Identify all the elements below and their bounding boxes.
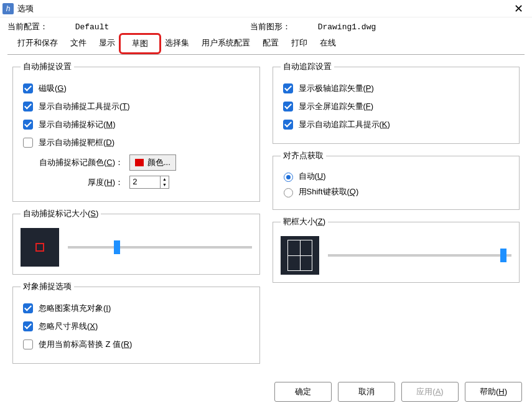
ok-button[interactable]: 确定	[274, 382, 332, 402]
current-profile-value: Default	[75, 22, 110, 32]
autotrack-group: 自动追踪设置 显示极轴追踪矢量(P) 显示全屏追踪矢量(F) 显示自动追踪工具提…	[273, 61, 520, 144]
marker-color-label: 自动捕捉标记颜色(C)：	[21, 157, 123, 168]
tab-display[interactable]: 显示	[93, 35, 121, 54]
aperture-size-legend: 靶框大小(Z)	[281, 216, 329, 227]
thickness-stepper[interactable]: ▲ ▼	[129, 176, 169, 189]
osnap-options-legend: 对象捕捉选项	[21, 281, 74, 292]
align-auto-label: 自动(U)	[299, 171, 326, 182]
replace-z-checkbox[interactable]	[23, 339, 33, 349]
current-drawing-value: Drawing1.dwg	[318, 22, 376, 32]
ignore-dim-label: 忽略尺寸界线(X)	[39, 321, 98, 332]
snap-aperture-label: 显示自动捕捉靶框(D)	[39, 137, 114, 148]
polar-track-checkbox[interactable]	[283, 83, 293, 93]
align-shift-radio[interactable]	[284, 188, 293, 197]
aperture-preview	[281, 236, 319, 275]
ignore-dim-checkbox[interactable]	[23, 321, 33, 331]
marker-size-slider[interactable]	[68, 246, 252, 249]
thickness-up-icon[interactable]: ▲	[161, 176, 169, 182]
tab-sketch[interactable]: 草图	[119, 33, 161, 54]
aperture-size-group: 靶框大小(Z)	[273, 216, 520, 283]
tab-print[interactable]: 打印	[285, 35, 314, 54]
app-icon: h	[2, 3, 14, 14]
marker-preview	[21, 228, 59, 267]
thickness-down-icon[interactable]: ▼	[161, 182, 169, 187]
help-button[interactable]: 帮助(H)	[465, 382, 522, 402]
tab-user-sys[interactable]: 用户系统配置	[195, 35, 256, 54]
snap-tooltip-checkbox[interactable]	[23, 102, 33, 111]
tab-config[interactable]: 配置	[256, 35, 285, 54]
ignore-hatch-checkbox[interactable]	[23, 303, 33, 313]
current-profile-label: 当前配置：	[7, 22, 48, 31]
tab-open-save[interactable]: 打开和保存	[11, 35, 64, 54]
color-swatch-icon	[135, 159, 144, 166]
marker-color-button[interactable]: 颜色...	[129, 154, 176, 171]
alignment-group: 对齐点获取 自动(U) 用Shift键获取(Q)	[273, 150, 520, 210]
polar-track-label: 显示极轴追踪矢量(P)	[299, 83, 374, 94]
apply-button[interactable]: 应用(A)	[401, 382, 459, 402]
osnap-options-group: 对象捕捉选项 忽略图案填充对象(I) 忽略尺寸界线(X) 使用当前标高替换 Z …	[12, 281, 260, 364]
snap-tooltip-label: 显示自动捕捉工具提示(T)	[39, 101, 130, 112]
tab-online[interactable]: 在线	[314, 35, 342, 54]
snap-aperture-checkbox[interactable]	[23, 138, 33, 148]
magnet-checkbox[interactable]	[23, 83, 33, 93]
autotrack-legend: 自动追踪设置	[281, 61, 334, 72]
tab-selection[interactable]: 选择集	[159, 35, 195, 54]
align-auto-radio[interactable]	[284, 173, 293, 182]
track-tooltip-checkbox[interactable]	[283, 120, 293, 130]
marker-size-group: 自动捕捉标记大小(S)	[12, 208, 260, 275]
autosnap-legend: 自动捕捉设置	[21, 61, 74, 72]
track-tooltip-label: 显示自动追踪工具提示(K)	[299, 119, 390, 130]
align-shift-label: 用Shift键获取(Q)	[299, 186, 359, 197]
ignore-hatch-label: 忽略图案填充对象(I)	[39, 303, 111, 314]
alignment-legend: 对齐点获取	[281, 150, 326, 161]
close-icon[interactable]: ✕	[510, 2, 527, 16]
snap-marker-label: 显示自动捕捉标记(M)	[39, 119, 116, 130]
magnet-label: 磁吸(G)	[39, 83, 67, 94]
fullscreen-track-checkbox[interactable]	[283, 102, 293, 111]
thickness-label: 厚度(H)：	[21, 177, 123, 188]
window-title: 选项	[17, 3, 510, 14]
current-drawing-label: 当前图形：	[250, 22, 291, 31]
tab-file[interactable]: 文件	[64, 35, 93, 54]
marker-size-legend: 自动捕捉标记大小(S)	[21, 208, 101, 219]
fullscreen-track-label: 显示全屏追踪矢量(F)	[299, 101, 374, 112]
thickness-input[interactable]	[130, 176, 160, 188]
cancel-button[interactable]: 取消	[338, 382, 395, 402]
snap-marker-checkbox[interactable]	[23, 120, 33, 130]
aperture-size-slider[interactable]	[328, 254, 512, 257]
autosnap-group: 自动捕捉设置 磁吸(G) 显示自动捕捉工具提示(T) 显示自动捕捉标记(M) 显…	[12, 61, 260, 202]
replace-z-label: 使用当前标高替换 Z 值(R)	[39, 339, 132, 350]
